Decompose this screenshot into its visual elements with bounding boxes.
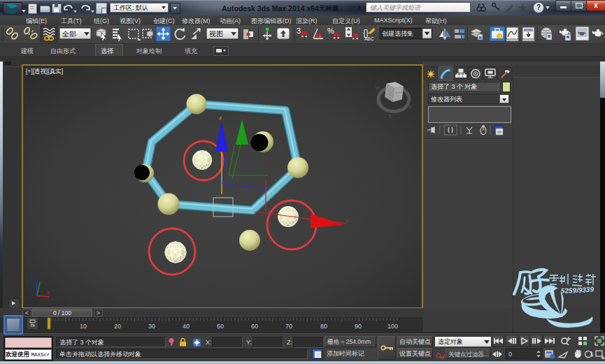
svg-text:100: 100 <box>387 323 398 330</box>
svg-text:70: 70 <box>285 323 292 330</box>
svg-text:视图: 视图 <box>209 30 223 38</box>
svg-text:%: % <box>327 27 334 35</box>
svg-text:80: 80 <box>320 323 327 330</box>
svg-text:E: E <box>409 105 412 109</box>
svg-text:ABC: ABC <box>364 36 374 41</box>
svg-text:30: 30 <box>148 323 155 330</box>
svg-text:50: 50 <box>217 323 224 330</box>
svg-text:0: 0 <box>508 351 512 358</box>
svg-text:创建选择集: 创建选择集 <box>382 30 413 37</box>
svg-text:W: W <box>376 86 380 90</box>
svg-text:90: 90 <box>355 323 362 330</box>
svg-text:z: z <box>219 115 222 121</box>
svg-text:3: 3 <box>297 27 301 35</box>
svg-text:10: 10 <box>80 323 87 330</box>
svg-text:全部: 全部 <box>62 30 76 38</box>
svg-text:60: 60 <box>251 323 258 330</box>
svg-text:x: x <box>47 290 50 295</box>
svg-text:x: x <box>346 217 348 224</box>
svg-text:z: z <box>34 277 37 282</box>
svg-text:20: 20 <box>114 323 121 330</box>
svg-text:40: 40 <box>183 323 190 330</box>
svg-text:[+][透视][真实]: [+][透视][真实] <box>26 68 63 75</box>
svg-text:S: S <box>389 114 392 118</box>
